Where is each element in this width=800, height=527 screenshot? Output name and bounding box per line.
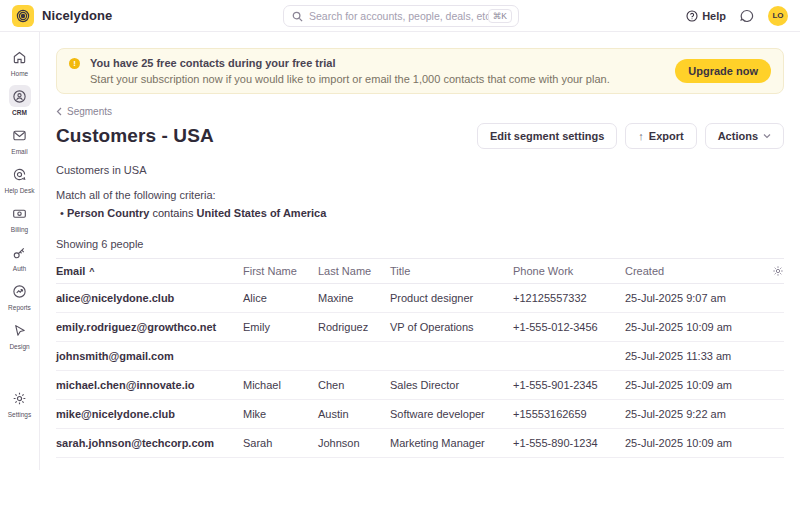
column-header-phone-work[interactable]: Phone Work (513, 265, 625, 277)
cell-last-name: Austin (318, 408, 390, 420)
criteria-item: • Person Country contains United States … (56, 207, 784, 219)
notification-icon[interactable] (740, 9, 754, 23)
export-label: Export (649, 130, 684, 142)
cell-first-name: Michael (243, 379, 318, 391)
sidebar-item-home[interactable]: Home (0, 46, 40, 77)
main-content: ! You have 25 free contacts during your … (40, 32, 800, 527)
contacts-table: Email ^ First Name Last Name Title Phone… (56, 258, 784, 458)
actions-button[interactable]: Actions (705, 123, 784, 149)
cell-email: alice@nicelydone.club (56, 292, 243, 304)
cell-title: Marketing Manager (390, 437, 513, 449)
email-icon (9, 124, 31, 146)
help-label: Help (702, 10, 726, 22)
cell-phone-work: +1-555-890-1234 (513, 437, 625, 449)
edit-segment-settings-label: Edit segment settings (490, 130, 604, 142)
sidebar-item-crm[interactable]: CRM (0, 85, 40, 116)
chevron-down-icon (763, 133, 771, 139)
cell-email: mike@nicelydone.club (56, 408, 243, 420)
cell-last-name: Rodriguez (318, 321, 390, 333)
sidebar-label: Auth (13, 265, 26, 272)
table-row[interactable]: alice@nicelydone.club Alice Maxine Produ… (56, 284, 784, 313)
sidebar-label: Billing (11, 226, 28, 233)
cell-last-name: Chen (318, 379, 390, 391)
chevron-left-icon (56, 107, 63, 116)
cell-title: VP of Operations (390, 321, 513, 333)
brand-name: Nicelydone (42, 8, 112, 23)
user-avatar[interactable]: LO (768, 6, 788, 26)
help-desk-icon (9, 163, 31, 185)
cell-created: 25-Jul-2025 10:09 am (625, 437, 760, 449)
cell-email: emily.rodriguez@growthco.net (56, 321, 243, 333)
cell-first-name: Mike (243, 408, 318, 420)
help-button[interactable]: Help (686, 10, 726, 22)
cell-created: 25-Jul-2025 10:09 am (625, 321, 760, 333)
settings-gear-icon (9, 387, 31, 409)
brand[interactable]: Nicelydone (12, 5, 112, 27)
search-input[interactable] (309, 10, 488, 22)
cell-phone-work: +1-555-901-2345 (513, 379, 625, 391)
sidebar-item-design[interactable]: Design (0, 319, 40, 350)
trial-banner: ! You have 25 free contacts during your … (56, 48, 784, 94)
criteria-field: Person Country (67, 207, 150, 219)
criteria-intro: Match all of the following criteria: (56, 189, 784, 201)
segment-description: Customers in USA (56, 164, 784, 176)
search-shortcut-badge: ⌘K (488, 9, 512, 23)
sidebar-label: Home (11, 70, 28, 77)
app-logo-icon (12, 5, 34, 27)
cell-email: johnsmith@gmail.com (56, 350, 243, 362)
column-header-email[interactable]: Email ^ (56, 265, 243, 277)
column-settings-gear-icon[interactable] (760, 265, 784, 277)
cell-last-name: Maxine (318, 292, 390, 304)
sidebar-item-auth[interactable]: Auth (0, 241, 40, 272)
avatar-initials: LO (772, 11, 783, 20)
table-row[interactable]: mike@nicelydone.club Mike Austin Softwar… (56, 400, 784, 429)
criteria-operator: contains (153, 207, 194, 219)
breadcrumb[interactable]: Segments (56, 106, 112, 117)
sidebar-label: Email (11, 148, 27, 155)
cell-phone-work: +12125557332 (513, 292, 625, 304)
cell-last-name: Johnson (318, 437, 390, 449)
upgrade-now-button[interactable]: Upgrade now (675, 59, 771, 83)
export-button[interactable]: ↑ Export (625, 123, 696, 149)
sidebar-item-email[interactable]: Email (0, 124, 40, 155)
cell-created: 25-Jul-2025 11:33 am (625, 350, 760, 362)
actions-label: Actions (718, 130, 758, 142)
cell-first-name: Emily (243, 321, 318, 333)
cell-created: 25-Jul-2025 10:09 am (625, 379, 760, 391)
column-label: Email (56, 265, 85, 277)
cell-created: 25-Jul-2025 9:22 am (625, 408, 760, 420)
sidebar: Home CRM Email Help Desk (0, 32, 40, 470)
result-count: Showing 6 people (56, 238, 784, 250)
column-header-first-name[interactable]: First Name (243, 265, 318, 277)
warning-icon: ! (69, 58, 80, 69)
sidebar-item-billing[interactable]: Billing (0, 202, 40, 233)
cell-email: sarah.johnson@techcorp.com (56, 437, 243, 449)
crm-icon (9, 85, 31, 107)
search-bar[interactable]: ⌘K (283, 5, 519, 27)
bullet: • (60, 207, 64, 219)
column-header-title[interactable]: Title (390, 265, 513, 277)
column-header-created[interactable]: Created (625, 265, 760, 277)
sidebar-item-reports[interactable]: Reports (0, 280, 40, 311)
page-title: Customers - USA (56, 125, 214, 147)
sidebar-item-settings[interactable]: Settings (0, 387, 40, 418)
sidebar-label: CRM (12, 109, 27, 116)
table-row[interactable]: emily.rodriguez@growthco.net Emily Rodri… (56, 313, 784, 342)
edit-segment-settings-button[interactable]: Edit segment settings (477, 123, 617, 149)
reports-icon (9, 280, 31, 302)
table-row[interactable]: johnsmith@gmail.com 25-Jul-2025 11:33 am (56, 342, 784, 371)
sidebar-item-help-desk[interactable]: Help Desk (0, 163, 40, 194)
sidebar-label: Settings (8, 411, 32, 418)
table-row[interactable]: michael.chen@innovate.io Michael Chen Sa… (56, 371, 784, 400)
export-arrow-icon: ↑ (638, 130, 644, 142)
table-row[interactable]: sarah.johnson@techcorp.com Sarah Johnson… (56, 429, 784, 458)
banner-title: You have 25 free contacts during your fr… (90, 56, 610, 70)
topbar: Nicelydone ⌘K Help LO (0, 0, 800, 32)
breadcrumb-label: Segments (67, 106, 112, 117)
cell-phone-work: +15553162659 (513, 408, 625, 420)
cell-first-name: Alice (243, 292, 318, 304)
cell-title: Software developer (390, 408, 513, 420)
sidebar-label: Help Desk (5, 187, 35, 194)
column-header-last-name[interactable]: Last Name (318, 265, 390, 277)
cell-title: Sales Director (390, 379, 513, 391)
